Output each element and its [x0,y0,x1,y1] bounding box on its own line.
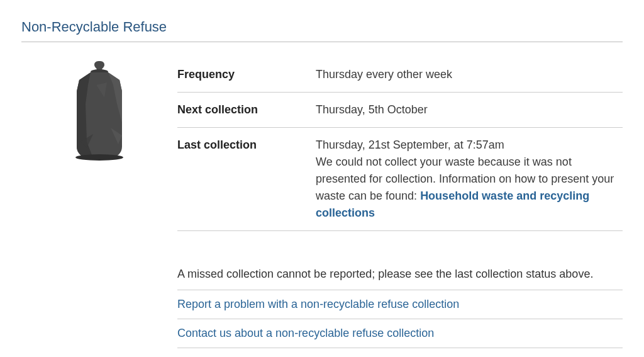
frequency-value: Thursday every other week [316,66,623,83]
last-collection-value: Thursday, 21st September, at 7:57am We c… [316,137,623,222]
details-column: Frequency Thursday every other week Next… [177,57,623,348]
next-collection-row: Next collection Thursday, 5th October [177,93,623,128]
refuse-bag-icon [62,60,137,161]
last-collection-label: Last collection [177,137,316,222]
report-problem-link[interactable]: Report a problem with a non-recyclable r… [177,298,459,310]
frequency-row: Frequency Thursday every other week [177,57,623,93]
page-title: Non-Recyclable Refuse [21,19,623,42]
last-collection-date: Thursday, 21st September, at 7:57am [316,139,504,151]
report-problem-row: Report a problem with a non-recyclable r… [177,290,623,319]
next-collection-label: Next collection [177,101,316,118]
icon-column [21,57,177,161]
bottom-block: A missed collection cannot be reported; … [177,268,623,348]
frequency-label: Frequency [177,66,316,83]
content-row: Frequency Thursday every other week Next… [21,57,623,348]
next-collection-value: Thursday, 5th October [316,101,623,118]
contact-us-link[interactable]: Contact us about a non-recyclable refuse… [177,327,434,339]
contact-us-row: Contact us about a non-recyclable refuse… [177,319,623,348]
missed-collection-notice: A missed collection cannot be reported; … [177,268,623,290]
svg-point-1 [75,154,123,161]
last-collection-row: Last collection Thursday, 21st September… [177,128,623,231]
